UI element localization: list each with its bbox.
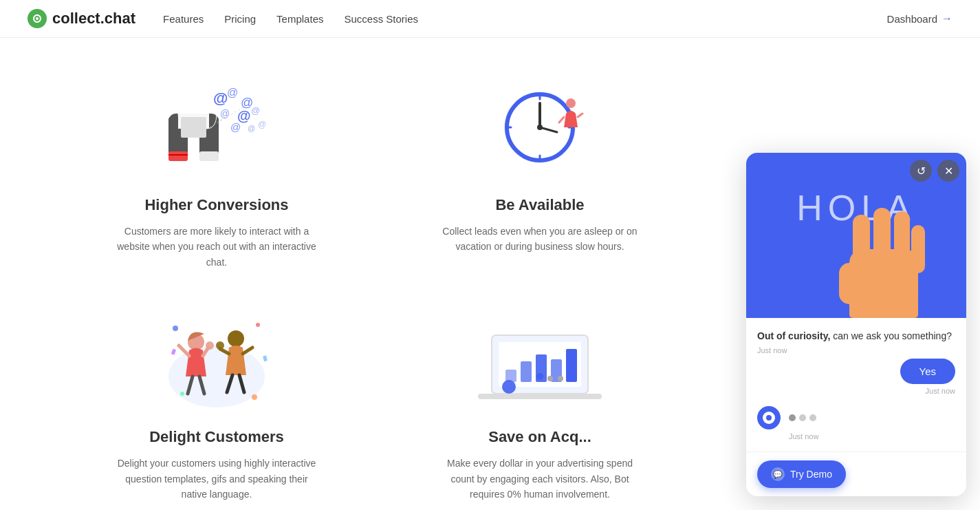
brand-logo[interactable]: collect.chat [28, 9, 135, 28]
feature-save-acq: Save on Acq... Make every dollar in your… [378, 297, 701, 510]
save-acq-desc: Make every dollar in your advertising sp… [437, 456, 643, 502]
bot-message-rest: can we ask you something? [830, 330, 952, 341]
chat-footer: 💬 Try Demo [746, 451, 966, 496]
dashboard-link[interactable]: Dashboard → [887, 12, 952, 25]
svg-point-60 [547, 376, 553, 381]
chat-widget: ↺ ✕ HOLA Out of c [746, 153, 966, 496]
delight-customers-desc: Delight your customers using highly inte… [113, 456, 320, 502]
bot-timestamp: Just now [757, 346, 955, 354]
svg-text:@: @ [248, 124, 255, 132]
yes-button[interactable]: Yes [900, 359, 955, 384]
svg-rect-69 [911, 225, 925, 273]
typing-dot-2 [799, 414, 806, 421]
save-acq-image [471, 311, 609, 414]
nav-links: Features Pricing Templates Success Stori… [163, 13, 887, 25]
save-acq-title: Save on Acq... [488, 428, 591, 446]
svg-rect-70 [849, 297, 918, 318]
svg-point-46 [256, 323, 260, 327]
bot-avatar [757, 406, 781, 429]
svg-point-29 [566, 98, 576, 108]
delight-customers-image [148, 311, 285, 414]
svg-point-47 [180, 392, 184, 396]
svg-point-43 [206, 341, 214, 350]
be-available-image [471, 79, 609, 182]
svg-rect-55 [521, 361, 532, 382]
svg-line-31 [578, 114, 582, 117]
be-available-title: Be Available [495, 196, 584, 214]
svg-text:@: @ [227, 87, 238, 98]
svg-point-63 [502, 380, 516, 394]
bot-bubble: Out of curiosity, can we ask you somethi… [757, 329, 955, 343]
svg-rect-54 [505, 370, 516, 382]
nav-templates[interactable]: Templates [276, 13, 323, 25]
svg-rect-7 [181, 117, 206, 138]
svg-text:@: @ [230, 121, 241, 133]
higher-conversions-desc: Customers are more likely to interact wi… [113, 224, 320, 270]
user-yes-response: Yes Just now [757, 359, 955, 395]
svg-point-45 [173, 326, 178, 331]
dashboard-arrow-icon: → [941, 12, 952, 25]
svg-point-44 [216, 341, 224, 350]
feature-delight-customers: Delight Customers Delight your customers… [55, 297, 378, 510]
bot-message-strong: Out of curiosity, [757, 330, 830, 341]
svg-rect-58 [566, 349, 577, 382]
higher-conversions-title: Higher Conversions [144, 196, 288, 214]
refresh-icon: ↺ [917, 164, 926, 178]
svg-rect-68 [894, 211, 910, 268]
close-icon: ✕ [944, 164, 953, 178]
typing-dot-3 [809, 414, 816, 421]
svg-rect-4 [199, 151, 219, 161]
svg-point-61 [558, 376, 563, 381]
brand-name: collect.chat [52, 10, 135, 28]
svg-rect-62 [478, 394, 602, 399]
svg-rect-66 [853, 215, 870, 270]
bot-avatar-dot [766, 415, 772, 421]
svg-point-48 [252, 394, 257, 400]
features-grid: @ @ @ @ @ @ @ @ @ Higher Conversions Cus… [0, 38, 756, 510]
svg-rect-2 [168, 151, 188, 161]
svg-point-59 [536, 373, 543, 380]
svg-point-24 [537, 125, 543, 130]
try-demo-button[interactable]: 💬 Try Demo [757, 460, 846, 488]
typing-dot-1 [789, 414, 796, 421]
feature-higher-conversions: @ @ @ @ @ @ @ @ @ Higher Conversions Cus… [55, 65, 378, 297]
chat-controls: ↺ ✕ [910, 160, 959, 182]
svg-rect-50 [263, 356, 268, 362]
be-available-desc: Collect leads even when you are asleep o… [437, 224, 643, 255]
svg-rect-49 [171, 349, 176, 355]
try-demo-icon: 💬 [771, 467, 785, 481]
chat-body: Out of curiosity, can we ask you somethi… [746, 318, 966, 451]
svg-text:@: @ [251, 105, 260, 116]
svg-rect-67 [873, 208, 891, 266]
higher-conversions-image: @ @ @ @ @ @ @ @ @ [148, 79, 285, 182]
bot-message: Out of curiosity, can we ask you somethi… [757, 329, 955, 354]
svg-point-38 [228, 330, 244, 347]
nav-pricing[interactable]: Pricing [224, 13, 256, 25]
typing-dots [789, 414, 816, 421]
try-demo-label: Try Demo [790, 469, 832, 480]
typing-timestamp: Just now [789, 432, 955, 446]
bot-avatar-inner [763, 412, 775, 424]
refresh-button[interactable]: ↺ [910, 160, 932, 182]
close-button[interactable]: ✕ [937, 160, 959, 182]
nav-success-stories[interactable]: Success Stories [344, 13, 418, 25]
nav-features[interactable]: Features [163, 13, 204, 25]
brand-icon [28, 9, 47, 28]
svg-point-32 [168, 346, 265, 407]
typing-indicator [757, 401, 955, 432]
delight-customers-title: Delight Customers [149, 428, 284, 446]
yes-timestamp: Just now [926, 387, 955, 395]
svg-text:@: @ [258, 120, 266, 129]
hand-icon [829, 194, 939, 318]
navbar: collect.chat Features Pricing Templates … [0, 0, 980, 38]
svg-point-0 [36, 17, 39, 20]
feature-be-available: Be Available Collect leads even when you… [378, 65, 701, 297]
svg-text:@: @ [213, 89, 228, 107]
